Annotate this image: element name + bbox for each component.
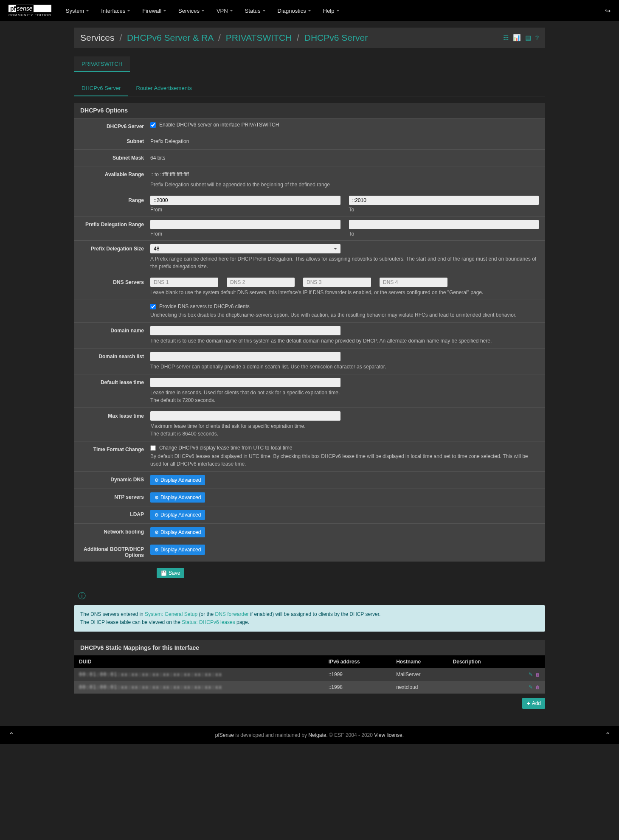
caret-down-icon bbox=[163, 10, 166, 11]
label-ldap: LDAP bbox=[74, 510, 150, 520]
nav-interfaces[interactable]: Interfaces bbox=[95, 8, 136, 14]
static-mappings-panel: DHCPv6 Static Mappings for this Interfac… bbox=[74, 640, 545, 694]
nav-services[interactable]: Services bbox=[172, 8, 211, 14]
enable-dhcpv6-checkbox[interactable] bbox=[150, 122, 156, 128]
provide-dns-label: Provide DNS servers to DHCPv6 clients bbox=[159, 303, 250, 309]
nav-firewall[interactable]: Firewall bbox=[136, 8, 172, 14]
ldap-advanced-button[interactable]: Display Advanced bbox=[150, 510, 205, 520]
label-subnet: Subnet bbox=[74, 137, 150, 146]
sliders-icon[interactable]: ☶ bbox=[503, 34, 509, 42]
scroll-top-icon[interactable]: ⌃ bbox=[8, 731, 14, 739]
to-label: To bbox=[349, 231, 539, 237]
desc-value bbox=[448, 681, 510, 694]
top-navbar: pfsense COMMUNITY EDITION System Interfa… bbox=[0, 0, 619, 21]
footer-license-link[interactable]: View license. bbox=[374, 732, 404, 738]
info-alert: The DNS servers entered in System: Gener… bbox=[74, 605, 545, 632]
link-dns-forwarder[interactable]: DNS forwarder bbox=[215, 611, 248, 617]
label-ntp: NTP servers bbox=[74, 492, 150, 503]
label-range: Range bbox=[74, 196, 150, 213]
label-available-range: Available Range bbox=[74, 170, 150, 188]
label-pd-range: Prefix Delegation Range bbox=[74, 220, 150, 237]
add-mapping-button[interactable]: Add bbox=[522, 698, 545, 709]
time-format-help: By default DHCPv6 leases are displayed i… bbox=[150, 452, 539, 468]
ddns-advanced-button[interactable]: Display Advanced bbox=[150, 475, 205, 485]
save-button[interactable]: Save bbox=[157, 568, 184, 578]
log-icon[interactable]: ▤ bbox=[525, 34, 531, 42]
search-help: The DHCP server can optionally provide a… bbox=[150, 363, 539, 371]
time-format-checkbox[interactable] bbox=[150, 445, 156, 451]
bootp-advanced-button[interactable]: Display Advanced bbox=[150, 545, 205, 555]
label-domain-search: Domain search list bbox=[74, 352, 150, 371]
gear-icon bbox=[155, 477, 159, 483]
subnet-mask-value: 64 bits bbox=[150, 153, 539, 163]
pd-range-from-input[interactable] bbox=[150, 220, 340, 229]
available-range-help: Prefix Delegation subnet will be appende… bbox=[150, 181, 539, 188]
default-lease-input[interactable] bbox=[150, 378, 340, 387]
table-row: 00:01:00:01:xx:xx:xx:xx:xx:xx:xx:xx:xx:x… bbox=[74, 681, 545, 694]
footer-netgate-link[interactable]: Netgate. bbox=[308, 732, 327, 738]
static-mappings-table: DUID IPv6 address Hostname Description 0… bbox=[74, 655, 545, 694]
provide-dns-checkbox[interactable] bbox=[150, 304, 156, 309]
label-domain-name: Domain name bbox=[74, 326, 150, 345]
dns2-input[interactable] bbox=[227, 278, 295, 287]
from-label: From bbox=[150, 231, 340, 237]
dns1-input[interactable] bbox=[150, 278, 218, 287]
desc-value bbox=[448, 668, 510, 681]
nav-status[interactable]: Status bbox=[239, 8, 272, 14]
to-label: To bbox=[349, 207, 539, 213]
help-icon[interactable]: ? bbox=[535, 34, 539, 42]
logo-sense: sense bbox=[16, 5, 33, 12]
range-to-input[interactable] bbox=[349, 196, 539, 205]
link-status-leases[interactable]: Status: DHCPv6 leases bbox=[182, 619, 235, 625]
tab-dhcpv6-server[interactable]: DHCPv6 Server bbox=[74, 81, 128, 96]
link-system-general[interactable]: System: General Setup bbox=[145, 611, 197, 617]
pd-range-to-input[interactable] bbox=[349, 220, 539, 229]
logo[interactable]: pfsense COMMUNITY EDITION bbox=[8, 5, 51, 17]
hostname-value: MailServer bbox=[391, 668, 447, 681]
interface-tab-privatswitch[interactable]: PRIVATSWITCH bbox=[74, 56, 130, 72]
def-lease-help: Lease time in seconds. Used for clients … bbox=[150, 389, 539, 404]
bar-chart-icon[interactable]: 📊 bbox=[513, 34, 521, 42]
nav-help[interactable]: Help bbox=[317, 8, 346, 14]
domain-search-input[interactable] bbox=[150, 352, 340, 361]
domain-name-input[interactable] bbox=[150, 326, 340, 335]
gear-icon bbox=[155, 529, 159, 535]
col-duid: DUID bbox=[74, 655, 324, 668]
pd-help: A Prefix range can be defined here for D… bbox=[150, 255, 539, 270]
duid-value: 00:01:00:01:xx:xx:xx:xx:xx:xx:xx:xx:xx:x… bbox=[79, 671, 222, 677]
max-lease-help: Maximum lease time for clients that ask … bbox=[150, 422, 539, 438]
edit-icon[interactable] bbox=[529, 684, 533, 690]
breadcrumb-panel: Services / DHCPv6 Server & RA / PRIVATSW… bbox=[74, 28, 545, 48]
label-netboot: Network booting bbox=[74, 527, 150, 537]
breadcrumb-services[interactable]: Services bbox=[80, 33, 115, 42]
table-row: 00:01:00:01:xx:xx:xx:xx:xx:xx:xx:xx:xx:x… bbox=[74, 668, 545, 681]
range-from-input[interactable] bbox=[150, 196, 340, 205]
caret-down-icon bbox=[262, 10, 266, 11]
logout-icon[interactable]: ↪ bbox=[605, 7, 611, 15]
max-lease-input[interactable] bbox=[150, 411, 340, 421]
edit-icon[interactable] bbox=[529, 671, 533, 677]
nav-diagnostics[interactable]: Diagnostics bbox=[272, 8, 317, 14]
tab-router-advertisements[interactable]: Router Advertisements bbox=[128, 81, 200, 96]
col-hostname: Hostname bbox=[391, 655, 447, 668]
gear-icon bbox=[155, 494, 159, 500]
ntp-advanced-button[interactable]: Display Advanced bbox=[150, 492, 205, 503]
duid-value: 00:01:00:01:xx:xx:xx:xx:xx:xx:xx:xx:xx:x… bbox=[79, 684, 222, 690]
netboot-advanced-button[interactable]: Display Advanced bbox=[150, 527, 205, 537]
delete-icon[interactable] bbox=[535, 684, 540, 690]
nav-vpn[interactable]: VPN bbox=[211, 8, 239, 14]
caret-down-icon bbox=[127, 10, 130, 11]
footer-pfsense-link[interactable]: pfSense bbox=[215, 732, 234, 738]
scroll-top-icon[interactable]: ⌃ bbox=[605, 731, 611, 739]
dhcpv6-options-panel: DHCPv6 Options DHCPv6 Server Enable DHCP… bbox=[74, 103, 545, 562]
subnet-value: Prefix Delegation bbox=[150, 137, 539, 146]
breadcrumb-interface[interactable]: PRIVATSWITCH bbox=[226, 33, 292, 42]
dns3-input[interactable] bbox=[303, 278, 371, 287]
nav-system[interactable]: System bbox=[60, 8, 95, 14]
delete-icon[interactable] bbox=[535, 671, 540, 677]
label-time-format: Time Format Change bbox=[74, 445, 150, 468]
breadcrumb-page[interactable]: DHCPv6 Server bbox=[304, 33, 368, 42]
breadcrumb-dhcpv6ra[interactable]: DHCPv6 Server & RA bbox=[127, 33, 213, 42]
dns4-input[interactable] bbox=[380, 278, 447, 287]
pd-size-select[interactable]: 48 bbox=[150, 244, 340, 253]
